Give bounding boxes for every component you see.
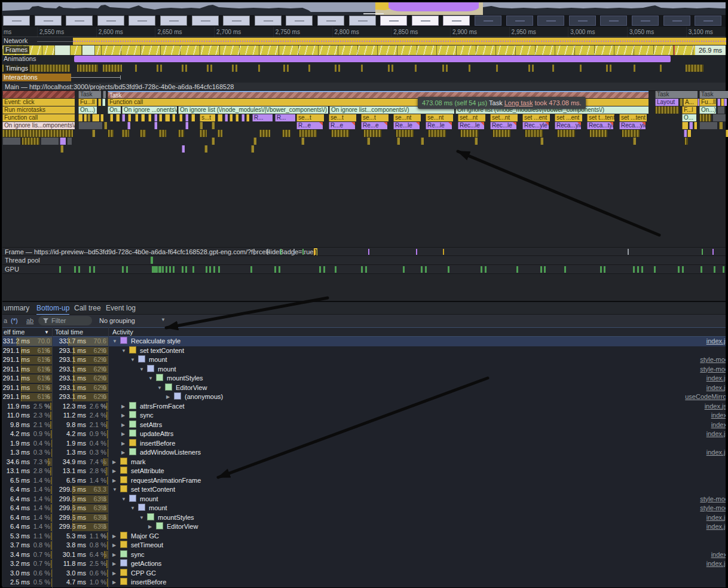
timeline-ruler[interactable]: ms2,550 ms2,600 ms2,650 ms2,700 ms2,750 … xyxy=(2,27,726,37)
flame-block[interactable] xyxy=(191,114,195,121)
track-animations[interactable]: Animations xyxy=(2,55,726,63)
flame-block[interactable] xyxy=(225,114,228,121)
table-row[interactable]: 6.4 ms1.4 %299.6 ms63.3 %▼set textConten… xyxy=(2,485,726,495)
flame-block[interactable] xyxy=(110,114,113,121)
expand-icon[interactable]: ▶ xyxy=(121,439,129,449)
collapse-icon[interactable]: ▼ xyxy=(148,374,156,383)
track-timings[interactable]: Timings xyxy=(2,63,726,73)
flame-block[interactable]: set t...tent xyxy=(587,114,614,121)
main-thread-header[interactable]: Main — http://localhost:3000/projects/bd… xyxy=(2,83,726,91)
source-link[interactable]: useCodeMirror xyxy=(685,392,726,402)
column-total-time[interactable]: Total time xyxy=(55,328,83,337)
expand-icon[interactable]: ▶ xyxy=(112,550,120,560)
table-row[interactable]: 34.6 ms7.3 %34.9 ms7.4 %▶mark xyxy=(2,458,726,467)
flame-block[interactable] xyxy=(687,130,691,137)
source-link[interactable]: style-mod xyxy=(700,495,726,504)
flame-block[interactable] xyxy=(103,91,106,98)
table-row[interactable]: 2.5 ms0.5 %4.7 ms1.0 %▶insertBefore xyxy=(2,578,726,587)
flame-block[interactable] xyxy=(694,122,697,129)
flame-block[interactable] xyxy=(2,91,75,98)
table-row[interactable]: 331.2 ms70.0 %333.7 ms70.6 %▼Recalculate… xyxy=(2,337,726,346)
expand-icon[interactable]: ▶ xyxy=(166,392,174,402)
flame-block[interactable]: On...) xyxy=(78,106,97,114)
flame-block[interactable] xyxy=(185,114,188,121)
source-link[interactable]: index.js xyxy=(706,337,726,346)
flame-block[interactable]: se...t xyxy=(329,114,356,121)
flame-block[interactable] xyxy=(140,130,146,137)
flame-block[interactable] xyxy=(241,114,244,121)
flame-block[interactable] xyxy=(154,114,157,121)
flame-block[interactable]: s...t xyxy=(200,114,215,121)
flame-block[interactable] xyxy=(218,114,222,121)
screenshot-thumbnail[interactable] xyxy=(97,16,124,26)
flame-block[interactable] xyxy=(212,138,215,145)
chevron-down-icon[interactable]: ▼ xyxy=(161,317,166,322)
flame-block[interactable]: Re...le xyxy=(393,122,420,129)
table-row[interactable]: 5.3 ms1.1 %5.3 ms1.1 %▶Major GC xyxy=(2,532,726,541)
collapse-icon[interactable]: ▼ xyxy=(112,485,120,495)
screenshot-thumbnail[interactable] xyxy=(286,16,313,26)
screenshot-thumbnail[interactable] xyxy=(663,16,690,26)
source-link[interactable]: index. xyxy=(711,421,726,430)
cpu-overview-strip[interactable] xyxy=(2,2,726,15)
table-row[interactable]: 291.1 ms61.6 %293.1 ms62.0 %▼mountstyle-… xyxy=(2,355,726,365)
flame-block[interactable] xyxy=(127,122,130,129)
flame-block[interactable] xyxy=(154,122,157,129)
collapse-icon[interactable]: ▼ xyxy=(157,383,165,393)
flame-block[interactable] xyxy=(396,130,414,137)
expand-icon[interactable]: ▶ xyxy=(112,541,120,550)
animation-bar[interactable] xyxy=(74,56,671,62)
screenshot-thumbnail[interactable] xyxy=(160,16,187,26)
flame-block[interactable]: Rec...le xyxy=(490,122,516,129)
flame-block[interactable]: Task xyxy=(78,91,101,98)
flame-block[interactable]: F...l xyxy=(682,106,696,114)
flame-block[interactable] xyxy=(200,122,203,129)
screenshot-thumbnail[interactable] xyxy=(255,16,282,26)
flame-block[interactable]: se...nt xyxy=(426,114,453,121)
table-row[interactable]: 9.8 ms2.1 %9.8 ms2.1 %▶setAttrsindex. xyxy=(2,421,726,430)
expand-icon[interactable]: ▶ xyxy=(121,429,129,439)
flame-block[interactable] xyxy=(589,130,607,137)
flame-block[interactable]: On ignore list (\/node_modules\/|\/bower… xyxy=(178,106,328,114)
flame-block[interactable] xyxy=(41,138,59,145)
collapse-icon[interactable]: ▼ xyxy=(112,337,120,346)
flame-chart[interactable]: TaskTaskTaskTaskEvent: clickFu...llFunct… xyxy=(2,91,726,247)
flame-block[interactable] xyxy=(684,138,688,145)
tab-event-log[interactable]: Event log xyxy=(106,302,136,314)
flame-block[interactable]: Rec...le xyxy=(458,122,484,129)
flame-block[interactable] xyxy=(165,114,170,121)
flame-block[interactable] xyxy=(108,130,114,137)
flame-block[interactable] xyxy=(251,145,254,153)
screenshot-thumbnail[interactable] xyxy=(600,16,627,26)
source-link[interactable]: index.js xyxy=(706,448,726,458)
source-link[interactable]: index. xyxy=(711,550,726,560)
flame-block[interactable] xyxy=(253,138,256,145)
flame-block[interactable] xyxy=(78,122,102,129)
table-row[interactable]: 291.1 ms61.6 %293.1 ms62.0 %▼mountStyles… xyxy=(2,374,726,383)
flame-block[interactable]: Event: click xyxy=(2,99,75,106)
flame-block[interactable] xyxy=(159,130,166,137)
flame-block[interactable] xyxy=(128,114,131,121)
match-whole-word-icon[interactable]: ab xyxy=(26,316,33,325)
table-row[interactable]: 3.7 ms0.8 %3.8 ms0.8 %▶setTimeout xyxy=(2,541,726,550)
flame-block[interactable] xyxy=(363,130,381,137)
screenshot-thumbnail[interactable] xyxy=(569,16,596,26)
flame-block[interactable] xyxy=(87,114,90,121)
flame-block[interactable] xyxy=(699,122,717,129)
table-row[interactable]: 291.1 ms61.6 %293.1 ms62.0 %▼EditorViewi… xyxy=(2,383,726,393)
collapse-icon[interactable]: ▼ xyxy=(121,346,129,356)
interaction-bar[interactable]: Interactions xyxy=(2,74,71,81)
flame-block[interactable] xyxy=(717,99,720,106)
flame-block[interactable] xyxy=(60,145,63,153)
flame-block[interactable]: Rec...yle xyxy=(522,122,549,129)
source-link[interactable]: index.js xyxy=(706,559,726,569)
flame-block[interactable]: Layout xyxy=(655,99,678,106)
table-row[interactable]: 11.0 ms2.3 %11.2 ms2.4 %▶syncindex. xyxy=(2,411,726,421)
flame-block[interactable] xyxy=(282,130,290,137)
flame-block[interactable] xyxy=(717,106,724,114)
collapse-icon[interactable]: ▼ xyxy=(130,504,138,513)
flame-block[interactable] xyxy=(684,130,687,137)
source-link[interactable]: index.js xyxy=(706,374,726,383)
flame-block[interactable]: se...t xyxy=(296,114,324,121)
flame-block[interactable]: On...) xyxy=(108,106,121,114)
